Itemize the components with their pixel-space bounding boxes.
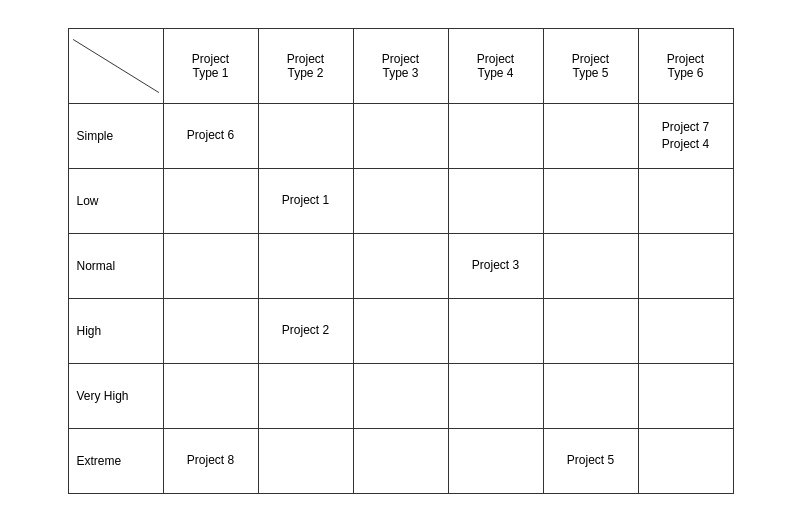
cell-1-2 <box>353 168 448 233</box>
cell-2-4 <box>543 233 638 298</box>
cell-2-1 <box>258 233 353 298</box>
row-label-4: Very High <box>68 363 163 428</box>
col-header-2: ProjectType 2 <box>258 28 353 103</box>
cell-2-5 <box>638 233 733 298</box>
svg-line-0 <box>73 39 159 92</box>
row-label-3: High <box>68 298 163 363</box>
cell-0-2 <box>353 103 448 168</box>
cell-4-3 <box>448 363 543 428</box>
chart-outer-wrapper: ProjectType 1ProjectType 2ProjectType 3P… <box>64 28 734 494</box>
col-header-5: ProjectType 5 <box>543 28 638 103</box>
cell-4-5 <box>638 363 733 428</box>
table-row: SimpleProject 6Project 7Project 4 <box>68 103 733 168</box>
cell-3-5 <box>638 298 733 363</box>
matrix-table: ProjectType 1ProjectType 2ProjectType 3P… <box>68 28 734 494</box>
col-header-3: ProjectType 3 <box>353 28 448 103</box>
cell-3-1: Project 2 <box>258 298 353 363</box>
cell-0-1 <box>258 103 353 168</box>
table-row: LowProject 1 <box>68 168 733 233</box>
cell-1-5 <box>638 168 733 233</box>
col-header-4: ProjectType 4 <box>448 28 543 103</box>
row-label-5: Extreme <box>68 428 163 493</box>
cell-5-0: Project 8 <box>163 428 258 493</box>
cell-4-1 <box>258 363 353 428</box>
table-row: NormalProject 3 <box>68 233 733 298</box>
cell-5-4: Project 5 <box>543 428 638 493</box>
cell-2-3: Project 3 <box>448 233 543 298</box>
cell-4-2 <box>353 363 448 428</box>
col-header-6: ProjectType 6 <box>638 28 733 103</box>
table-row: HighProject 2 <box>68 298 733 363</box>
col-label-2: ProjectType 2 <box>287 52 324 80</box>
col-header-1: ProjectType 1 <box>163 28 258 103</box>
col-label-6: ProjectType 6 <box>667 52 704 80</box>
cell-0-0: Project 6 <box>163 103 258 168</box>
corner-cell <box>68 28 163 103</box>
cell-0-5: Project 7Project 4 <box>638 103 733 168</box>
row-label-1: Low <box>68 168 163 233</box>
cell-5-3 <box>448 428 543 493</box>
cell-1-4 <box>543 168 638 233</box>
col-label-5: ProjectType 5 <box>572 52 609 80</box>
cell-5-5 <box>638 428 733 493</box>
cell-1-0 <box>163 168 258 233</box>
row-label-2: Normal <box>68 233 163 298</box>
col-label-4: ProjectType 4 <box>477 52 514 80</box>
cell-0-4 <box>543 103 638 168</box>
table-wrapper: ProjectType 1ProjectType 2ProjectType 3P… <box>68 28 734 494</box>
cell-1-1: Project 1 <box>258 168 353 233</box>
cell-2-2 <box>353 233 448 298</box>
col-label-1: ProjectType 1 <box>192 52 229 80</box>
cell-4-0 <box>163 363 258 428</box>
cell-1-3 <box>448 168 543 233</box>
cell-2-0 <box>163 233 258 298</box>
col-label-3: ProjectType 3 <box>382 52 419 80</box>
cell-3-0 <box>163 298 258 363</box>
row-label-0: Simple <box>68 103 163 168</box>
table-row: ExtremeProject 8Project 5 <box>68 428 733 493</box>
cell-3-3 <box>448 298 543 363</box>
cell-5-2 <box>353 428 448 493</box>
cell-4-4 <box>543 363 638 428</box>
cell-0-3 <box>448 103 543 168</box>
cell-3-4 <box>543 298 638 363</box>
cell-5-1 <box>258 428 353 493</box>
table-row: Very High <box>68 363 733 428</box>
cell-3-2 <box>353 298 448 363</box>
